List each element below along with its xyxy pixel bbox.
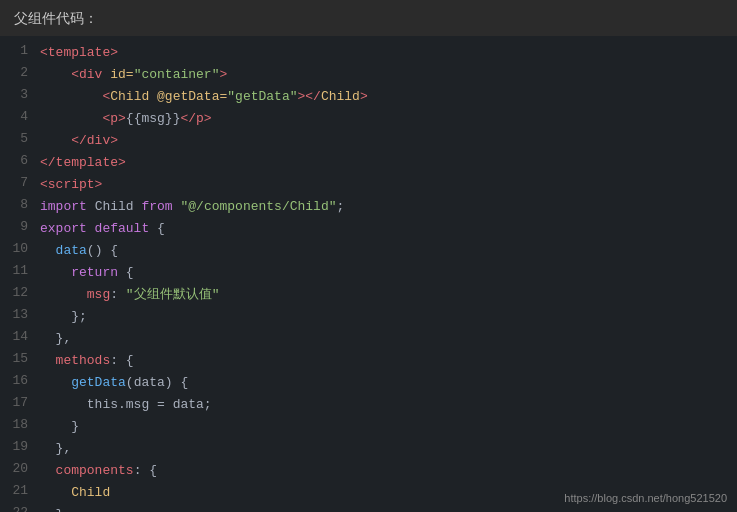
code-line: 6</template>: [0, 152, 737, 174]
line-number: 3: [0, 87, 36, 102]
line-number: 10: [0, 241, 36, 256]
line-number: 9: [0, 219, 36, 234]
code-line: 10 data() {: [0, 240, 737, 262]
code-line: 16 getData(data) {: [0, 372, 737, 394]
line-content: msg: "父组件默认值": [36, 285, 229, 305]
line-content: <Child @getData="getData"></Child>: [36, 87, 378, 107]
code-line: 14 },: [0, 328, 737, 350]
line-content: <script>: [36, 175, 112, 195]
line-content: <template>: [36, 43, 128, 63]
line-number: 14: [0, 329, 36, 344]
line-number: 20: [0, 461, 36, 476]
line-content: }: [36, 505, 73, 512]
line-content: components: {: [36, 461, 167, 481]
code-line: 12 msg: "父组件默认值": [0, 284, 737, 306]
code-line: 9export default {: [0, 218, 737, 240]
line-number: 6: [0, 153, 36, 168]
line-content: Child: [36, 483, 120, 503]
line-number: 17: [0, 395, 36, 410]
line-content: </template>: [36, 153, 136, 173]
line-content: return {: [36, 263, 144, 283]
line-content: methods: {: [36, 351, 144, 371]
code-line: 1<template>: [0, 42, 737, 64]
code-line: 8import Child from "@/components/Child";: [0, 196, 737, 218]
line-content: this.msg = data;: [36, 395, 222, 415]
line-content: <div id="container">: [36, 65, 237, 85]
line-number: 2: [0, 65, 36, 80]
line-number: 7: [0, 175, 36, 190]
code-line: 11 return {: [0, 262, 737, 284]
code-line: 17 this.msg = data;: [0, 394, 737, 416]
line-content: getData(data) {: [36, 373, 198, 393]
code-line: 5 </div>: [0, 130, 737, 152]
code-line: 7<script>: [0, 174, 737, 196]
line-number: 11: [0, 263, 36, 278]
line-number: 22: [0, 505, 36, 512]
line-number: 15: [0, 351, 36, 366]
code-line: 18 }: [0, 416, 737, 438]
code-line: 4 <p>{{msg}}</p>: [0, 108, 737, 130]
code-line: 13 };: [0, 306, 737, 328]
line-number: 8: [0, 197, 36, 212]
code-line: 15 methods: {: [0, 350, 737, 372]
page-title: 父组件代码：: [0, 10, 737, 36]
watermark: https://blog.csdn.net/hong521520: [564, 492, 727, 504]
line-number: 1: [0, 43, 36, 58]
page-container: 父组件代码： 1<template>2 <div id="container">…: [0, 0, 737, 512]
line-content: <p>{{msg}}</p>: [36, 109, 222, 129]
code-line: 22 }: [0, 504, 737, 512]
line-number: 4: [0, 109, 36, 124]
line-content: };: [36, 307, 97, 327]
line-number: 21: [0, 483, 36, 498]
line-content: data() {: [36, 241, 128, 261]
code-block: 1<template>2 <div id="container">3 <Chil…: [0, 36, 737, 512]
line-number: 13: [0, 307, 36, 322]
line-content: }: [36, 417, 89, 437]
line-content: export default {: [36, 219, 175, 239]
line-number: 5: [0, 131, 36, 146]
line-number: 16: [0, 373, 36, 388]
code-line: 2 <div id="container">: [0, 64, 737, 86]
code-line: 19 },: [0, 438, 737, 460]
code-line: 20 components: {: [0, 460, 737, 482]
line-content: },: [36, 329, 81, 349]
line-number: 19: [0, 439, 36, 454]
line-number: 12: [0, 285, 36, 300]
code-line: 3 <Child @getData="getData"></Child>: [0, 86, 737, 108]
line-number: 18: [0, 417, 36, 432]
line-content: },: [36, 439, 81, 459]
line-content: </div>: [36, 131, 128, 151]
line-content: import Child from "@/components/Child";: [36, 197, 354, 217]
